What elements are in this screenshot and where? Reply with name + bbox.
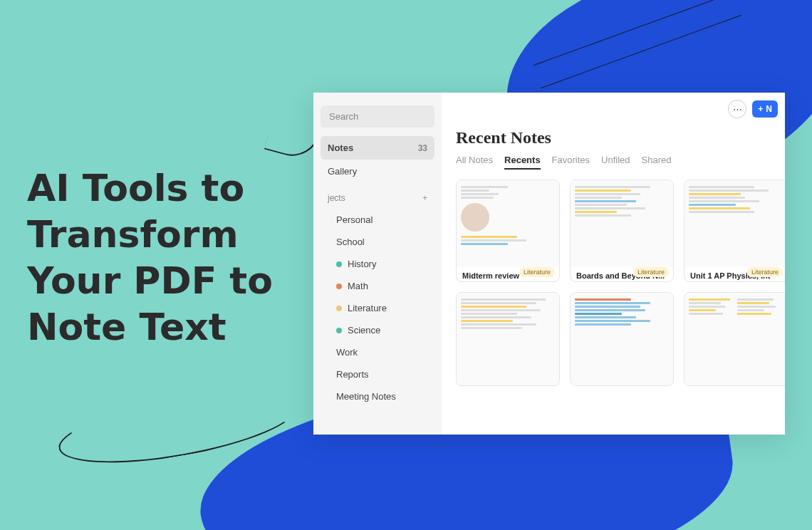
note-thumbnail [571,180,673,267]
hero-text: AI Tools to Transform Your PDF to Note T… [27,165,319,350]
tab-recents[interactable]: Recents [504,155,541,170]
label: Personal [336,214,373,225]
note-count: 33 [418,143,427,153]
hero-title: AI Tools to Transform Your PDF to Note T… [27,165,319,350]
note-card[interactable] [570,292,674,386]
sidebar-item-reports[interactable]: Reports [321,363,434,385]
note-thumbnail [685,293,785,385]
label: Meeting Notes [336,391,396,402]
note-card[interactable] [684,292,785,386]
note-thumbnail [457,180,559,267]
note-thumbnail [685,180,785,267]
label: Science [348,325,380,336]
sidebar-item-gallery[interactable]: Gallery [321,160,434,183]
note-card[interactable]: Midterm review Literature [456,180,560,282]
note-card[interactable]: Unit 1 AP Physics, Int Literature [684,180,785,282]
note-thumbnail [457,293,559,385]
main-pane: ⋯ + N Recent Notes All Notes Recents Fav… [442,93,785,435]
app-window: Search Notes 33 Gallery jects + Personal… [313,93,785,435]
page-title: Recent Notes [456,128,785,147]
sidebar-item-meeting-notes[interactable]: Meeting Notes [321,385,434,407]
note-tag: Literature [747,267,783,277]
color-dot [336,306,342,311]
label: Math [348,281,368,291]
sidebar-item-school[interactable]: School [321,231,434,253]
tab-all-notes[interactable]: All Notes [456,155,493,170]
tab-unfiled[interactable]: Unfiled [601,155,630,170]
sidebar-item-literature[interactable]: Literature [321,297,434,319]
color-dot [336,261,342,267]
search-input[interactable]: Search [321,105,434,128]
label: Work [336,347,358,358]
sidebar-item-history[interactable]: History [321,253,434,275]
new-button[interactable]: + N [752,100,778,118]
decor-stroke [527,7,741,100]
sidebar: Search Notes 33 Gallery jects + Personal… [313,93,442,435]
add-subject-button[interactable]: + [422,193,427,203]
sidebar-item-work[interactable]: Work [321,341,434,363]
more-button[interactable]: ⋯ [728,100,746,118]
color-dot [336,284,342,289]
sidebar-item-science[interactable]: Science [321,319,434,341]
tabs: All Notes Recents Favorites Unfiled Shar… [456,155,785,170]
note-card[interactable]: Boards and Beyond N... Literature [570,180,674,282]
sidebar-item-notes[interactable]: Notes 33 [321,136,434,160]
note-thumbnail [571,293,673,385]
notes-grid: Midterm review Literature Boards and Bey… [456,180,785,386]
label: History [348,259,376,269]
tab-favorites[interactable]: Favorites [552,155,590,170]
sidebar-item-personal[interactable]: Personal [321,209,434,231]
note-tag: Literature [633,267,669,277]
color-dot [336,328,342,333]
sidebar-item-math[interactable]: Math [321,275,434,297]
label: Literature [348,303,387,313]
toolbar: ⋯ + N [728,100,778,118]
label: Reports [336,369,369,380]
new-label: N [766,104,772,114]
sidebar-item-label: Notes [328,142,353,153]
sidebar-item-label: Gallery [328,166,357,177]
sidebar-section-label: jects [328,193,345,203]
note-tag: Literature [519,267,555,277]
sidebar-section-subjects: jects + [321,187,434,209]
note-card[interactable] [456,292,560,386]
tab-shared[interactable]: Shared [642,155,672,170]
label: School [336,237,365,247]
plus-icon: + [758,104,763,114]
